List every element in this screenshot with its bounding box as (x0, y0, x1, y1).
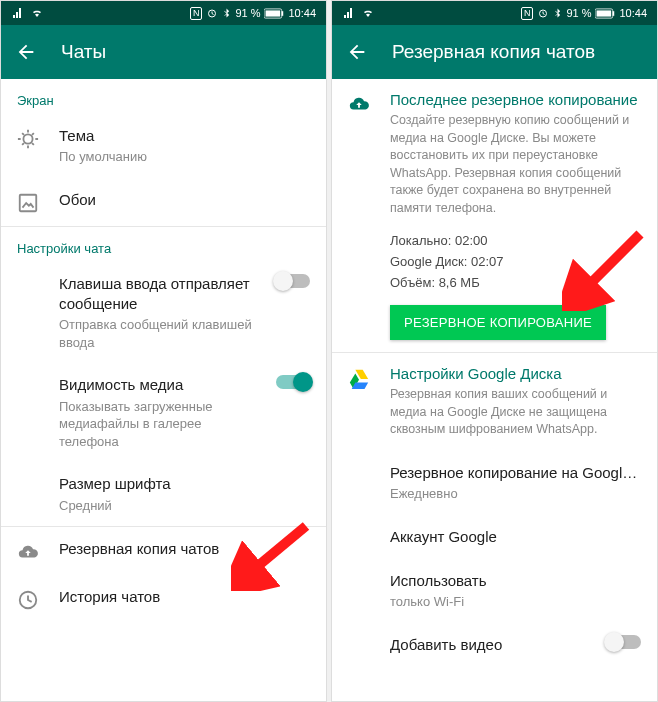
schedule-title: Резервное копирование на Googl… (390, 463, 641, 483)
wifi-icon (360, 7, 376, 19)
battery-icon (264, 8, 284, 19)
row-network[interactable]: Использовать только Wi-Fi (332, 559, 657, 623)
svg-rect-3 (266, 10, 281, 16)
svg-rect-8 (613, 11, 615, 16)
font-size-title: Размер шрифта (59, 474, 310, 494)
video-title: Добавить видео (390, 635, 587, 655)
backup-title: Резервная копия чатов (59, 539, 310, 559)
battery-percent: 91 % (235, 7, 260, 19)
row-history[interactable]: История чатов (1, 575, 326, 623)
cloud-upload-icon (17, 541, 39, 563)
row-theme[interactable]: Тема По умолчанию (1, 114, 326, 178)
gdrive-heading: Настройки Google Диска (390, 365, 641, 382)
back-icon[interactable] (346, 41, 368, 63)
back-icon[interactable] (15, 41, 37, 63)
phone-right-backup: N 91 % 10:44 Резервная копия чатов После… (331, 0, 658, 702)
signal-icon (342, 7, 356, 19)
enter-send-sub: Отправка сообщений клавишей ввода (59, 316, 256, 351)
backup-google: Google Диск: 02:07 (390, 252, 641, 273)
row-enter-send[interactable]: Клавиша ввода отправляет сообщение Отпра… (1, 262, 326, 364)
schedule-sub: Ежедневно (390, 485, 641, 503)
backup-content: Последнее резервное копирование Создайте… (332, 79, 657, 701)
backup-now-button[interactable]: РЕЗЕРВНОЕ КОПИРОВАНИЕ (390, 305, 606, 340)
wifi-icon (29, 7, 45, 19)
network-sub: только Wi-Fi (390, 593, 641, 611)
row-media-visibility[interactable]: Видимость медиа Показывать загруженные м… (1, 363, 326, 462)
backup-local: Локально: 02:00 (390, 231, 641, 252)
media-vis-sub: Показывать загруженные медиафайлы в гале… (59, 398, 256, 451)
battery-percent: 91 % (566, 7, 591, 19)
video-switch[interactable] (607, 635, 641, 649)
page-title: Резервная копия чатов (392, 41, 595, 63)
row-backup[interactable]: Резервная копия чатов (1, 527, 326, 575)
row-account[interactable]: Аккаунт Google (332, 515, 657, 559)
app-bar: Чаты (1, 25, 326, 79)
status-bar: N 91 % 10:44 (1, 1, 326, 25)
status-time: 10:44 (288, 7, 316, 19)
section-chat: Настройки чата (1, 227, 326, 262)
last-backup-heading: Последнее резервное копирование (390, 91, 641, 108)
battery-icon (595, 8, 615, 19)
backup-size: Объём: 8,6 МБ (390, 273, 641, 294)
theme-icon (17, 128, 39, 150)
media-vis-switch[interactable] (276, 375, 310, 389)
last-backup-desc: Создайте резервную копию сообщений и мед… (390, 112, 641, 217)
bluetooth-icon (553, 7, 562, 19)
last-backup-section: Последнее резервное копирование Создайте… (332, 79, 657, 352)
row-schedule[interactable]: Резервное копирование на Googl… Ежедневн… (332, 451, 657, 515)
media-vis-title: Видимость медиа (59, 375, 256, 395)
svg-rect-9 (597, 10, 612, 16)
nfc-icon: N (190, 7, 203, 20)
enter-send-title: Клавиша ввода отправляет сообщение (59, 274, 256, 315)
account-title: Аккаунт Google (390, 527, 641, 547)
status-bar: N 91 % 10:44 (332, 1, 657, 25)
alarm-icon (537, 7, 549, 19)
gdrive-settings-section: Настройки Google Диска Резервная копия в… (332, 353, 657, 451)
cloud-upload-icon (348, 93, 370, 115)
section-screen: Экран (1, 79, 326, 114)
page-title: Чаты (61, 41, 106, 63)
theme-title: Тема (59, 126, 310, 146)
app-bar: Резервная копия чатов (332, 25, 657, 79)
bluetooth-icon (222, 7, 231, 19)
svg-rect-2 (282, 11, 284, 16)
status-time: 10:44 (619, 7, 647, 19)
enter-send-switch[interactable] (276, 274, 310, 288)
row-include-video[interactable]: Добавить видео (332, 623, 657, 667)
signal-icon (11, 7, 25, 19)
wallpaper-title: Обои (59, 190, 310, 210)
history-icon (17, 589, 39, 611)
settings-list: Экран Тема По умолчанию Обои Настройки ч… (1, 79, 326, 701)
font-size-sub: Средний (59, 497, 310, 515)
history-title: История чатов (59, 587, 310, 607)
row-font-size[interactable]: Размер шрифта Средний (1, 462, 326, 526)
network-title: Использовать (390, 571, 641, 591)
wallpaper-icon (17, 192, 39, 214)
theme-sub: По умолчанию (59, 148, 310, 166)
google-drive-icon (348, 367, 370, 389)
phone-left-chats-settings: N 91 % 10:44 Чаты Экран Тема По умолчани… (0, 0, 327, 702)
gdrive-desc: Резервная копия ваших сообщений и медиа … (390, 386, 641, 439)
alarm-icon (206, 7, 218, 19)
row-wallpaper[interactable]: Обои (1, 178, 326, 226)
nfc-icon: N (521, 7, 534, 20)
svg-rect-4 (20, 195, 37, 212)
